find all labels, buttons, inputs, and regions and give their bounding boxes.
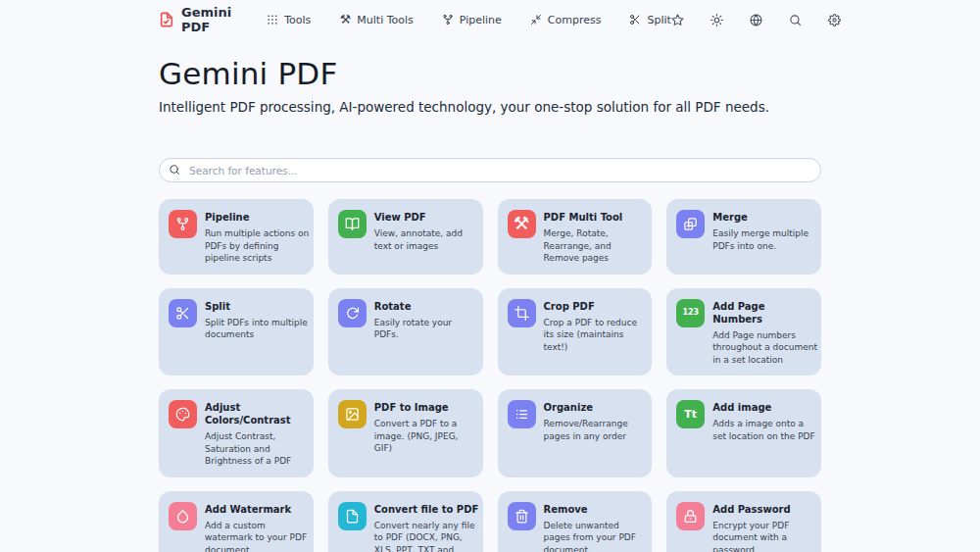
card-desc: Delete unwanted pages from your PDF docu… [544, 520, 649, 552]
card-title: PDF Multi Tool [544, 211, 649, 224]
card-desc: Run multiple actions on PDFs by defining… [205, 227, 310, 265]
feature-card-merge[interactable]: MergeEasily merge multiple PDFs into one… [666, 199, 821, 275]
nav-item-tools[interactable]: Tools [267, 14, 311, 26]
feature-card-remove[interactable]: RemoveDelete unwanted pages from your PD… [498, 491, 653, 552]
card-title: Adjust Colors/Contrast [205, 401, 310, 427]
main-content: Gemini PDF Intelligent PDF processing, A… [159, 56, 821, 552]
scissors-icon [169, 299, 197, 327]
hammer-wrench-icon: ⚒ [508, 210, 536, 238]
card-title: Organize [544, 401, 649, 414]
page-subtitle: Intelligent PDF processing, AI-powered t… [159, 99, 821, 115]
search-input[interactable] [187, 164, 811, 177]
card-body: PipelineRun multiple actions on PDFs by … [205, 209, 310, 265]
feature-card-view-pdf[interactable]: View PDFView, annotate, add text or imag… [328, 199, 483, 275]
feature-card-split[interactable]: SplitSplit PDFs into multiple documents [159, 288, 314, 376]
droplet-icon [169, 502, 197, 530]
feature-card-adjust-colors-contrast[interactable]: Adjust Colors/ContrastAdjust Contrast, S… [159, 389, 314, 477]
feature-card-pdf-multi-tool[interactable]: ⚒PDF Multi ToolMerge, Rotate, Rearrange,… [498, 199, 653, 275]
palette-icon [169, 400, 197, 428]
card-body: View PDFView, annotate, add text or imag… [374, 209, 479, 265]
rotate-cw-icon [338, 299, 367, 327]
globe-icon[interactable] [750, 14, 762, 26]
card-desc: Add Page numbers throughout a document i… [712, 329, 817, 367]
nav-item-multi-tools[interactable]: ⚒Multi Tools [339, 14, 413, 26]
feature-card-crop-pdf[interactable]: Crop PDFCrop a PDF to reduce its size (m… [498, 288, 653, 376]
card-body: Adjust Colors/ContrastAdjust Contrast, S… [205, 399, 310, 468]
star-icon[interactable] [671, 14, 684, 26]
file-icon [338, 502, 367, 530]
card-desc: Adjust Contrast, Saturation and Brightne… [205, 430, 310, 468]
pdf-document-icon [159, 12, 174, 27]
card-desc: Easily merge multiple PDFs into one. [712, 227, 817, 252]
search-bar[interactable] [159, 158, 821, 182]
card-title: Split [205, 300, 310, 313]
feature-card-pdf-to-image[interactable]: PDF to ImageConvert a PDF to a image. (P… [328, 389, 483, 477]
search-icon[interactable] [789, 14, 802, 26]
compress-icon [530, 14, 542, 25]
card-body: Add imageAdds a image onto a set locatio… [712, 399, 817, 468]
card-body: MergeEasily merge multiple PDFs into one… [712, 209, 817, 265]
card-desc: Easily rotate your PDFs. [374, 317, 479, 341]
nav-item-split[interactable]: Split [629, 14, 670, 26]
feature-card-add-password[interactable]: Add PasswordEncrypt your PDF document wi… [666, 491, 821, 552]
feature-grid: PipelineRun multiple actions on PDFs by … [159, 199, 821, 552]
card-desc: Split PDFs into multiple documents [205, 317, 310, 341]
card-desc: Convert nearly any file to PDF (DOCX, PN… [374, 520, 479, 552]
card-desc: Adds a image onto a set location on the … [712, 418, 817, 442]
merge-copy-plus-icon [676, 210, 705, 238]
nav-item-label: Split [647, 14, 670, 26]
card-title: Add image [712, 401, 817, 414]
top-nav: Gemini PDF Tools⚒Multi ToolsPipelineComp… [0, 0, 980, 30]
card-desc: Add a custom watermark to your PDF docum… [205, 520, 310, 552]
card-body: PDF Multi ToolMerge, Rotate, Rearrange, … [544, 209, 649, 265]
lock-icon [676, 502, 705, 530]
card-title: Convert file to PDF [374, 503, 479, 516]
card-body: SplitSplit PDFs into multiple documents [205, 298, 310, 367]
card-title: Add Page Numbers [712, 300, 817, 326]
card-icon-text: 123 [682, 309, 699, 317]
card-title: PDF to Image [374, 401, 479, 414]
page-title: Gemini PDF [159, 56, 821, 91]
card-title: Remove [544, 503, 649, 516]
nav-item-compress[interactable]: Compress [530, 14, 602, 26]
pipeline-icon [169, 210, 197, 238]
hammer-wrench-icon: ⚒ [339, 14, 351, 25]
card-title: Rotate [374, 300, 479, 313]
card-body: Convert file to PDFConvert nearly any fi… [374, 501, 479, 552]
feature-card-organize[interactable]: OrganizeRemove/Rearrange pages in any or… [498, 389, 653, 477]
card-title: Add Password [712, 503, 817, 516]
card-desc: Encrypt your PDF document with a passwor… [712, 520, 817, 552]
brand[interactable]: Gemini PDF [159, 5, 231, 34]
card-desc: Merge, Rotate, Rearrange, and Remove pag… [544, 227, 649, 265]
card-body: Add Page NumbersAdd Page numbers through… [712, 298, 817, 367]
card-body: RotateEasily rotate your PDFs. [374, 298, 479, 367]
brand-label: Gemini PDF [181, 5, 231, 34]
feature-card-pipeline[interactable]: PipelineRun multiple actions on PDFs by … [159, 199, 314, 275]
feature-card-convert-file-to-pdf[interactable]: Convert file to PDFConvert nearly any fi… [328, 491, 483, 552]
crop-icon [508, 299, 536, 327]
nav-item-label: Multi Tools [357, 14, 413, 26]
card-body: PDF to ImageConvert a PDF to a image. (P… [374, 399, 479, 468]
card-title: View PDF [374, 211, 479, 224]
card-body: Add WatermarkAdd a custom watermark to y… [205, 501, 310, 552]
card-body: RemoveDelete unwanted pages from your PD… [544, 501, 649, 552]
numbers-123-icon: 123 [676, 299, 705, 327]
card-title: Pipeline [205, 211, 310, 224]
card-body: Add PasswordEncrypt your PDF document wi… [712, 501, 817, 552]
image-icon [338, 400, 367, 428]
sun-icon[interactable] [710, 14, 723, 26]
feature-card-add-page-numbers[interactable]: 123Add Page NumbersAdd Page numbers thro… [666, 288, 821, 376]
gear-icon[interactable] [828, 14, 841, 26]
scissors-icon [629, 14, 641, 25]
card-icon-text: Tt [684, 409, 697, 420]
book-open-icon [338, 210, 367, 238]
feature-card-rotate[interactable]: RotateEasily rotate your PDFs. [328, 288, 483, 376]
nav-item-label: Pipeline [460, 14, 502, 26]
feature-card-add-image[interactable]: TtAdd imageAdds a image onto a set locat… [666, 389, 821, 477]
pipeline-icon [442, 14, 454, 25]
card-body: OrganizeRemove/Rearrange pages in any or… [544, 399, 649, 468]
search-icon [169, 161, 180, 179]
card-desc: Convert a PDF to a image. (PNG, JPEG, GI… [374, 418, 479, 455]
nav-item-pipeline[interactable]: Pipeline [442, 14, 502, 26]
feature-card-add-watermark[interactable]: Add WatermarkAdd a custom watermark to y… [159, 491, 314, 552]
